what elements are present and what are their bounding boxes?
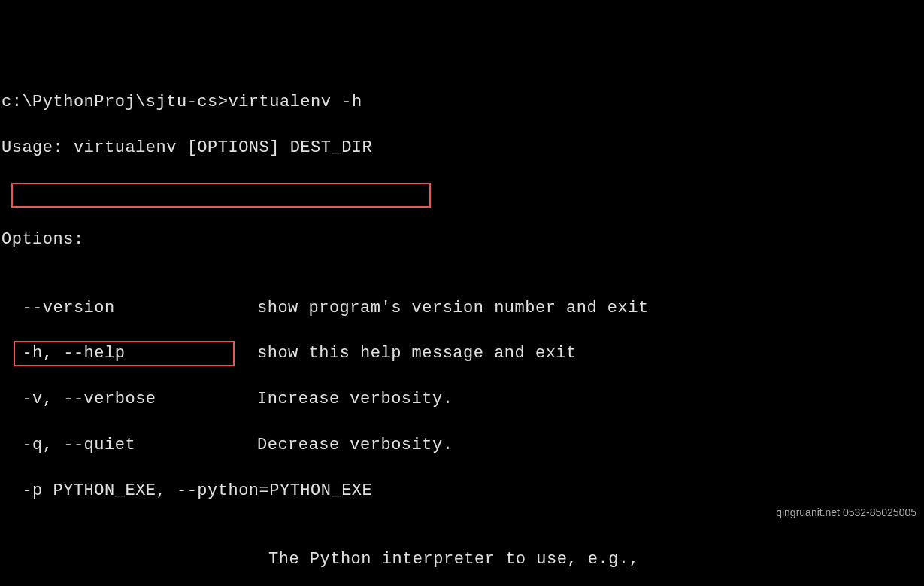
flag: -v, --verbose	[2, 388, 257, 411]
option-help: -h, --helpshow this help message and exi…	[2, 342, 924, 365]
prompt: c:\PythonProj\sjtu-cs>	[2, 93, 228, 111]
usage-line: Usage: virtualenv [OPTIONS] DEST_DIR	[2, 137, 924, 159]
option-version: --versionshow program's version number a…	[2, 297, 924, 320]
desc: Decrease verbosity.	[257, 434, 453, 457]
desc: Increase verbosity.	[257, 388, 453, 411]
desc: show this help message and exit	[257, 342, 577, 365]
python-desc-line: The Python interpreter to use, e.g.,	[268, 548, 924, 571]
flag: -p PYTHON_EXE, --python=PYTHON_EXE	[2, 481, 372, 500]
command: virtualenv -h	[228, 93, 362, 111]
option-verbose: -v, --verboseIncrease verbosity.	[2, 388, 924, 411]
prompt-line[interactable]: c:\PythonProj\sjtu-cs>virtualenv -h	[2, 91, 924, 114]
watermark: qingruanit.net 0532-85025005	[776, 506, 916, 520]
blank	[2, 183, 924, 205]
flag: -q, --quiet	[2, 434, 257, 457]
flag: --version	[2, 297, 257, 320]
option-python-exe: -p PYTHON_EXE, --python=PYTHON_EXE	[2, 480, 924, 503]
options-header: Options:	[2, 229, 924, 251]
flag: -h, --help	[2, 342, 257, 365]
option-quiet: -q, --quietDecrease verbosity.	[2, 434, 924, 457]
desc: show program's version number and exit	[257, 297, 649, 320]
